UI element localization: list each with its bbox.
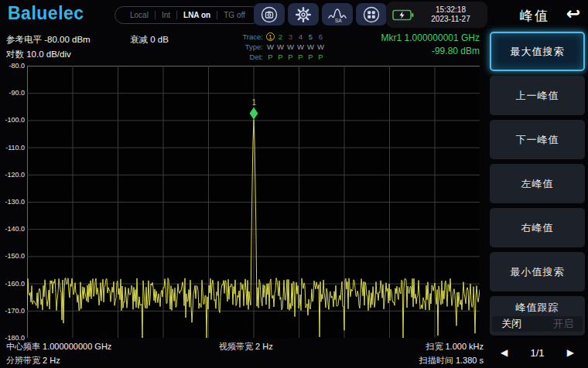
spectrum-mode-button[interactable]: SA: [322, 3, 353, 26]
trace-5-indicator: 5: [306, 32, 316, 41]
softkey-peak-right[interactable]: 右峰值: [490, 208, 585, 247]
trace-5-type: W: [306, 43, 316, 51]
gear-icon: [294, 5, 313, 24]
screenshot-icon: [260, 5, 279, 24]
y-axis-tick: -90.0: [0, 88, 25, 97]
trace-5-detector: P: [306, 53, 316, 61]
status-pill-int[interactable]: Int: [155, 11, 176, 19]
status-panel: 15:32:18 2023-11-27: [386, 2, 487, 28]
rbw-value: 2 Hz: [43, 356, 60, 365]
scale-label: 对数: [6, 49, 24, 59]
trace-3-detector: P: [285, 53, 296, 61]
type-row-label: Type:: [237, 43, 263, 51]
status-pill-local[interactable]: Local: [124, 11, 155, 19]
softkey-buttons: 最大值搜索上一峰值下一峰值左峰值右峰值最小值搜索: [490, 32, 585, 291]
y-axis-tick: -110.0: [0, 143, 25, 152]
softkey-peak-prev[interactable]: 上一峰值: [490, 76, 585, 115]
trace-2-detector: P: [275, 53, 285, 61]
battery-charging-icon: [392, 9, 414, 21]
center-frequency-readout[interactable]: 中心频率 1.000000000 GHz: [6, 341, 111, 353]
status-pill-tg[interactable]: TG off: [217, 11, 251, 19]
next-page-button[interactable]: ▶: [567, 347, 574, 358]
svg-text:SA: SA: [335, 17, 342, 22]
page-title: 峰值: [520, 7, 549, 25]
apps-grid-icon: [362, 5, 381, 24]
trace-3-indicator: 3: [285, 32, 296, 41]
settings-button[interactable]: [288, 3, 319, 26]
peak-tracking-off-option[interactable]: 关闭: [501, 316, 521, 332]
marker-amplitude-readout: -99.80 dBm: [340, 46, 480, 56]
trace-4-indicator: 4: [296, 32, 306, 41]
status-pill-group: LocalIntLNA onTG off: [115, 6, 261, 24]
softkey-peak-next[interactable]: 下一峰值: [490, 120, 585, 159]
trace-type-row: WWWWWW: [265, 43, 326, 51]
softkey-min-search[interactable]: 最小值搜索: [490, 252, 585, 291]
trace-number-row: 123456: [265, 32, 326, 41]
sa-waveform-icon: SA: [327, 5, 347, 24]
prev-page-button[interactable]: ◀: [501, 347, 508, 358]
scale-readout[interactable]: 对数 10.0 dB/div: [6, 49, 71, 60]
peak-tracking-button[interactable]: 峰值跟踪 关闭 开启: [490, 296, 585, 336]
sweep-time-label: 扫描时间: [419, 356, 453, 365]
trace-3-type: W: [285, 43, 296, 51]
trace-4-detector: P: [296, 53, 306, 61]
top-bar: Baluelec LocalIntLNA onTG off SA: [0, 0, 588, 29]
trace-1-detector: P: [265, 53, 275, 61]
rbw-readout[interactable]: 分辨带宽 2 Hz: [6, 355, 60, 366]
vbw-value: 2 Hz: [255, 342, 273, 351]
trace-6-indicator: 6: [316, 32, 326, 41]
peak-tracking-on-option[interactable]: 开启: [553, 316, 573, 332]
softkey-peak-max-search[interactable]: 最大值搜索: [490, 32, 585, 71]
trace-row-label: Trace:: [237, 32, 263, 41]
y-axis-tick: -170.0: [0, 306, 25, 315]
peak-tracking-title: 峰值跟踪: [490, 301, 585, 315]
brand-logo: Baluelec: [8, 3, 84, 24]
softkey-peak-left[interactable]: 左峰值: [490, 164, 585, 203]
ref-level-label: 参考电平: [6, 35, 42, 44]
trace-2-type: W: [275, 43, 285, 51]
span-readout[interactable]: 扫宽 1.000 kHz: [426, 341, 484, 353]
ref-level-value: -80.00 dBm: [44, 35, 90, 44]
back-arrow-icon: ↩: [566, 4, 580, 24]
trace-4-type: W: [296, 43, 306, 51]
vbw-label: 视频带宽: [219, 342, 253, 351]
peak-tracking-toggle: 关闭 开启: [492, 316, 583, 332]
clock: 15:32:18 2023-11-27: [420, 5, 481, 24]
sweep-time-readout[interactable]: 扫描时间 1.380 s: [419, 355, 484, 366]
trace-status-table: Trace: 123456 Type: WWWWWW Det: PPPPPP: [237, 32, 326, 62]
trace-1-indicator: 1: [265, 32, 275, 41]
apps-button[interactable]: [356, 3, 387, 26]
vbw-readout[interactable]: 视频带宽 2 Hz: [219, 341, 273, 353]
spectrum-plot[interactable]: 1: [27, 66, 480, 338]
y-axis-tick: -160.0: [0, 279, 25, 288]
y-axis-tick: -140.0: [0, 224, 25, 233]
trace-det-row: PPPPPP: [265, 53, 326, 61]
status-pill-lna[interactable]: LNA on: [176, 11, 217, 19]
attenuation-value: 0 dB: [150, 35, 169, 44]
screenshot-button[interactable]: [254, 3, 285, 26]
trace-6-type: W: [316, 43, 326, 51]
marker-1-diamond[interactable]: [250, 107, 258, 120]
back-button[interactable]: ↩: [562, 2, 585, 26]
attenuation-readout[interactable]: 衰减 0 dB: [130, 34, 169, 46]
span-label: 扫宽: [426, 342, 443, 351]
y-axis-tick: -120.0: [0, 170, 25, 179]
center-frequency-value: 1.000000000 GHz: [43, 342, 111, 351]
span-value: 1.000 kHz: [445, 342, 484, 351]
y-axis-tick: -130.0: [0, 197, 25, 206]
trace-2-indicator: 2: [275, 32, 285, 41]
center-frequency-label: 中心频率: [6, 342, 40, 351]
scale-value: 10.0 dB/div: [26, 49, 71, 59]
ref-level-readout[interactable]: 参考电平 -80.00 dBm: [6, 34, 91, 46]
marker-1-label: 1: [252, 98, 257, 107]
det-row-label: Det:: [237, 53, 263, 61]
attenuation-label: 衰减: [130, 35, 148, 44]
y-axis-tick: -80.0: [0, 61, 25, 70]
time-text: 15:32:18: [420, 5, 481, 15]
date-text: 2023-11-27: [420, 15, 481, 24]
page-indicator: 1/1: [530, 347, 544, 359]
rbw-label: 分辨带宽: [6, 356, 40, 365]
y-axis-tick: -100.0: [0, 115, 25, 124]
marker-frequency-readout: Mkr1 1.000000001 GHz: [340, 32, 480, 43]
menu-pager: ◀ 1/1 ▶: [490, 342, 585, 363]
